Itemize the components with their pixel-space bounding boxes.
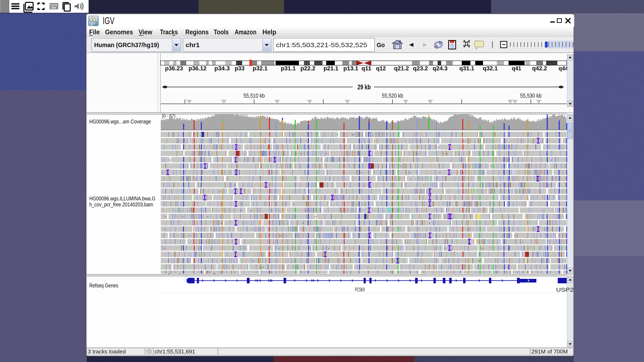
svg-text:PCSK9: PCSK9 xyxy=(355,287,365,293)
svg-text:q24.3: q24.3 xyxy=(432,65,448,72)
svg-text:chr1:55,531,691: chr1:55,531,691 xyxy=(154,348,195,355)
svg-text:p13.1: p13.1 xyxy=(343,65,358,72)
svg-text:Refseq Genes: Refseq Genes xyxy=(89,282,118,289)
svg-text:q42.2: q42.2 xyxy=(532,65,547,72)
svg-text:55,530 kb: 55,530 kb xyxy=(520,93,542,99)
svg-text:Tracks: Tracks xyxy=(160,28,178,36)
svg-text:291M of 700M: 291M of 700M xyxy=(532,348,568,355)
svg-text:p32.1: p32.1 xyxy=(252,65,268,72)
svg-text:chr1:55,503,221-55,532,525: chr1:55,503,221-55,532,525 xyxy=(276,41,367,48)
svg-text:p22.2: p22.2 xyxy=(300,65,316,72)
svg-text:Go: Go xyxy=(377,41,385,48)
svg-text:p21.1: p21.1 xyxy=(324,65,338,72)
svg-text:Help: Help xyxy=(262,28,276,36)
svg-text:HG00096.wgs.ILLUMINA.bwa.G: HG00096.wgs.ILLUMINA.bwa.G xyxy=(89,195,156,202)
svg-text:55,510 kb: 55,510 kb xyxy=(244,93,265,99)
svg-text:q32.1: q32.1 xyxy=(483,65,498,72)
svg-text:q23.2: q23.2 xyxy=(413,65,428,72)
svg-text:q11: q11 xyxy=(362,65,371,72)
svg-text:q44: q44 xyxy=(558,65,568,72)
svg-text:p36.12: p36.12 xyxy=(188,65,206,72)
svg-text:Tools: Tools xyxy=(214,28,229,36)
svg-text:File: File xyxy=(89,28,100,36)
svg-text:h_cov_pcr_free.20140203.bam: h_cov_pcr_free.20140203.bam xyxy=(89,201,153,208)
svg-text:Amazon: Amazon xyxy=(235,28,256,36)
svg-text:IGV: IGV xyxy=(103,15,114,26)
svg-text:p36.23: p36.23 xyxy=(165,65,183,72)
svg-text:q12: q12 xyxy=(376,65,386,72)
svg-text:q41: q41 xyxy=(512,65,521,72)
svg-text:p34.3: p34.3 xyxy=(214,65,230,72)
svg-text:HG00096.wgs...am Coverage: HG00096.wgs...am Coverage xyxy=(89,118,151,125)
svg-text:[0 - 67]: [0 - 67] xyxy=(162,113,175,119)
svg-text:Regions: Regions xyxy=(185,28,208,36)
svg-text:q21.2: q21.2 xyxy=(394,65,409,72)
svg-text:Genomes: Genomes xyxy=(105,28,133,36)
svg-text:Human (GRCh37/hg19): Human (GRCh37/hg19) xyxy=(94,41,159,48)
svg-text:p31.1: p31.1 xyxy=(281,65,296,72)
svg-text:p33: p33 xyxy=(235,65,244,72)
svg-text:View: View xyxy=(138,28,152,36)
svg-text:igv: igv xyxy=(89,20,96,26)
svg-text:q31.1: q31.1 xyxy=(459,65,474,72)
svg-text:chr1: chr1 xyxy=(186,41,200,48)
svg-text:55,520 kb: 55,520 kb xyxy=(382,93,403,99)
svg-text:29 kb: 29 kb xyxy=(358,83,371,91)
svg-text:3 tracks loaded: 3 tracks loaded xyxy=(88,348,126,355)
